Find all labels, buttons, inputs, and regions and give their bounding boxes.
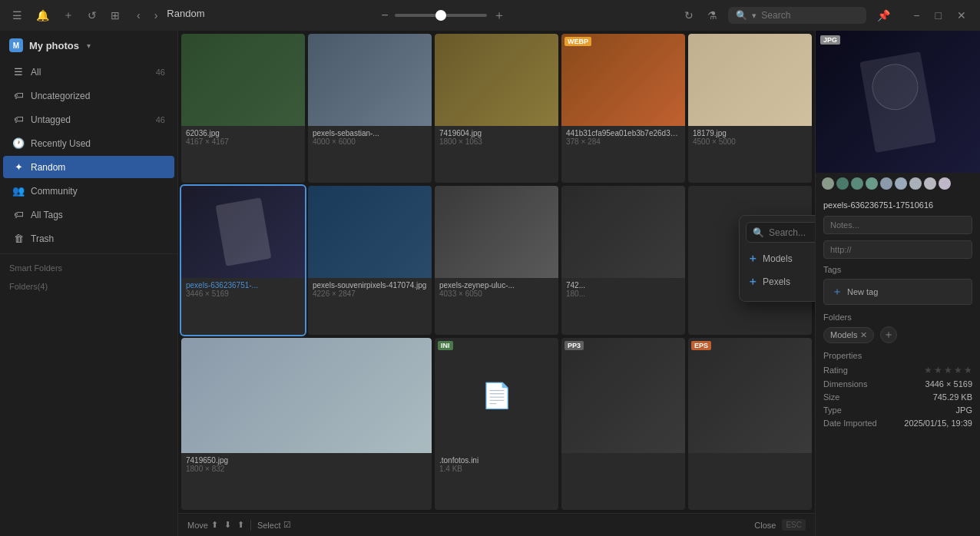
search-icon: 🔍 [736, 10, 747, 21]
folders-section: Folders Models ✕ ＋ [823, 313, 972, 343]
photo-item-1[interactable]: 62036.jpg 4167 × 4167 [181, 34, 305, 183]
filter-button[interactable]: ⚗ [704, 6, 720, 25]
sidebar-item-all[interactable]: ☰ All 46 [3, 61, 174, 83]
sidebar-item-untagged[interactable]: 🏷 Untagged 46 [3, 108, 174, 131]
color-swatch-3[interactable] [866, 177, 878, 190]
forward-nav-button[interactable]: › [150, 8, 163, 23]
webp-badge: WEBP [564, 37, 591, 46]
models-tag-section[interactable]: ＋ Models [746, 249, 815, 269]
pexels-tag-section[interactable]: ＋ Pexels [746, 272, 815, 292]
refresh-button[interactable]: ↻ [681, 6, 697, 25]
star-3[interactable]: ★ [944, 365, 952, 376]
zoom-in-button[interactable]: ＋ [493, 8, 505, 24]
folder-add-button[interactable]: ＋ [880, 326, 897, 343]
color-swatch-1[interactable] [836, 177, 849, 190]
color-swatch-0[interactable] [822, 177, 834, 190]
sidebar-item-recently-used[interactable]: 🕐 Recently Used [3, 132, 174, 154]
export-button[interactable]: ⬆ [237, 520, 244, 530]
pp3-badge: PP3 [564, 341, 584, 350]
tags-section-label: Tags [823, 265, 972, 274]
right-panel: JPG pexels-636236751-17510616 [815, 31, 980, 536]
sidebar-item-trash[interactable]: 🗑 Trash [3, 227, 174, 250]
move-button[interactable]: Move ⬆ [187, 520, 218, 530]
photo-item-3[interactable]: 7419604.jpg 1800 × 1063 [435, 34, 558, 183]
notes-field[interactable] [823, 216, 972, 234]
random-icon: ✦ [12, 161, 25, 173]
app-logo: M [9, 38, 23, 52]
photo-item-13[interactable]: EPS [688, 338, 812, 510]
photo-item-5[interactable]: 18179.jpg 4500 × 5000 [688, 34, 812, 183]
folder-tag-models[interactable]: Models ✕ [823, 327, 874, 343]
star-2[interactable]: ★ [934, 365, 942, 376]
back-button[interactable]: ↺ [84, 6, 100, 25]
content-wrapper: M My photos ▾ ☰ All 46 🏷 Uncategorized 🏷… [0, 31, 980, 536]
uncategorized-icon: 🏷 [12, 90, 25, 101]
photo-item-2[interactable]: pexels-sebastian-... 4000 × 6000 [308, 34, 432, 183]
dimensions-label: Dimensions [823, 379, 867, 389]
color-swatch-8[interactable] [939, 177, 951, 190]
back-nav-button[interactable]: ‹ [132, 8, 145, 23]
new-tag-button[interactable]: ＋ New tag [823, 279, 972, 305]
pexels-plus-icon: ＋ [747, 275, 758, 289]
ini-badge: INI [438, 341, 453, 350]
pin-button[interactable]: 📌 [874, 6, 893, 25]
import-down-button[interactable]: ⬇ [224, 520, 231, 530]
url-field[interactable] [823, 240, 972, 259]
untagged-icon: 🏷 [12, 114, 25, 125]
forward-button[interactable]: ⊞ [108, 6, 123, 25]
search-input[interactable] [761, 10, 853, 21]
photo-item-10[interactable]: 7419650.jpg 1800 × 832 [181, 338, 432, 510]
date-value: 2025/01/15, 19:39 [904, 419, 972, 428]
tag-search-input[interactable] [769, 227, 815, 238]
color-swatch-4[interactable] [880, 177, 892, 190]
photo-item-7[interactable]: pexels-souvenirpixels-417074.jpg 4226 × … [308, 186, 432, 335]
star-5[interactable]: ★ [964, 365, 972, 376]
rating-label: Rating [823, 366, 848, 375]
color-strip [816, 173, 980, 194]
photo-item-4[interactable]: WEBP 441b31cfa95ea01eb3b7e26d3d84fde2.we… [561, 34, 685, 183]
close-button[interactable]: ✕ [952, 8, 971, 23]
folder-remove-icon[interactable]: ✕ [860, 330, 867, 340]
color-swatch-7[interactable] [924, 177, 936, 190]
add-button[interactable]: ＋ [60, 5, 77, 25]
star-rating[interactable]: ★ ★ ★ ★ ★ [924, 365, 972, 376]
size-row: Size 745.29 KB [823, 392, 972, 402]
title-bar-right: ↻ ⚗ 🔍 ▾ 📌 − □ ✕ [681, 6, 971, 25]
sidebar-item-uncategorized[interactable]: 🏷 Uncategorized [3, 84, 174, 107]
maximize-button[interactable]: □ [931, 8, 946, 23]
sidebar-item-all-tags[interactable]: 🏷 All Tags [3, 203, 174, 226]
star-4[interactable]: ★ [954, 365, 962, 376]
zoom-controls: − ＋ [214, 8, 672, 24]
size-label: Size [823, 392, 839, 402]
select-button[interactable]: Select ☑ [257, 520, 292, 530]
import-down-icon: ⬇ [224, 520, 231, 530]
properties-section: Properties Rating ★ ★ ★ ★ ★ Dimensions 3… [823, 351, 972, 428]
type-label: Type [823, 405, 842, 415]
photo-item-9[interactable]: 742... 180... [561, 186, 685, 335]
url-input[interactable] [823, 240, 972, 259]
move-label: Move [187, 521, 208, 530]
sidebar-item-community[interactable]: 👥 Community [3, 180, 174, 202]
color-swatch-5[interactable] [895, 177, 907, 190]
photo-item-8[interactable]: pexels-zeynep-uluc-... 4033 × 6050 [435, 186, 558, 335]
notes-input[interactable] [823, 216, 972, 234]
color-swatch-6[interactable] [909, 177, 922, 190]
zoom-slider[interactable] [395, 14, 487, 17]
photo-item-12[interactable]: PP3 [561, 338, 685, 510]
smart-folders-label: Smart Folders [0, 257, 177, 276]
sidebar-header: M My photos ▾ [0, 31, 177, 60]
sidebar-item-random[interactable]: ✦ Random [3, 156, 174, 178]
zoom-out-button[interactable]: − [381, 8, 388, 22]
menu-button[interactable]: ☰ [9, 6, 25, 25]
photo-item-11[interactable]: INI 📄 .tonfotos.ini 1.4 KB [435, 338, 558, 510]
star-1[interactable]: ★ [924, 365, 932, 376]
minimize-button[interactable]: − [909, 8, 924, 23]
photo-grid: 62036.jpg 4167 × 4167 pexels-sebastian-.… [178, 31, 815, 513]
notification-button[interactable]: 🔔 [33, 6, 52, 25]
search-bar[interactable]: 🔍 ▾ [728, 7, 866, 24]
color-swatch-2[interactable] [851, 177, 863, 190]
photo-item-6[interactable]: pexels-636236751-... 3446 × 5169 [181, 186, 305, 335]
close-bottom-button[interactable]: Close [754, 521, 776, 530]
eps-badge: EPS [691, 341, 711, 350]
tag-search[interactable]: 🔍 ⚙ 📌 [746, 222, 815, 243]
